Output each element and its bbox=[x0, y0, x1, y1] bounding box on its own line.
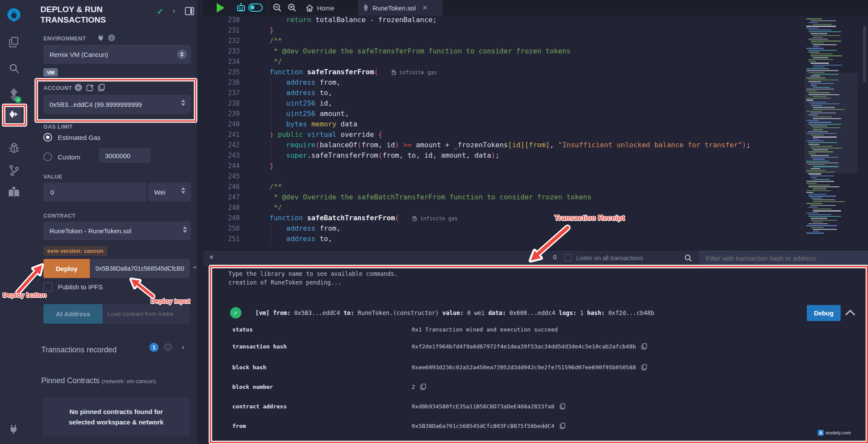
code-line[interactable]: * @dev Override the safeBatchTransferFro… bbox=[253, 192, 591, 202]
copy-icon[interactable] bbox=[560, 423, 565, 429]
estimated-gas-radio[interactable] bbox=[43, 133, 52, 142]
infinite-gas-widget: infinite gas bbox=[392, 67, 437, 78]
deploy-button[interactable]: Deploy bbox=[43, 259, 90, 278]
minimap-line bbox=[813, 201, 845, 202]
edit-account-icon[interactable] bbox=[86, 84, 94, 91]
code-editor[interactable]: 230 return totalBalance - frozenBalance;… bbox=[203, 16, 868, 250]
solidity-compiler-icon[interactable]: ✓ bbox=[0, 87, 28, 103]
receipt-row-label: to bbox=[232, 443, 412, 444]
remix-logo-icon[interactable] bbox=[0, 7, 28, 23]
minimap-line bbox=[809, 52, 819, 53]
environment-value: Remix VM (Cancun) bbox=[50, 51, 108, 58]
transactions-expand-icon[interactable]: › bbox=[182, 343, 185, 351]
account-stepper-icon[interactable] bbox=[181, 99, 185, 106]
line-number: 239 bbox=[203, 109, 240, 119]
minimap-line bbox=[806, 68, 829, 69]
listen-transactions-checkbox[interactable] bbox=[564, 254, 572, 262]
terminal-output[interactable]: Type the library name to see available c… bbox=[203, 266, 868, 444]
add-account-icon[interactable]: + bbox=[75, 84, 82, 91]
file-explorer-icon[interactable] bbox=[0, 36, 28, 49]
deploy-run-icon[interactable] bbox=[0, 107, 28, 122]
copy-value-button[interactable] bbox=[420, 384, 426, 390]
pin-panel-icon[interactable] bbox=[185, 7, 194, 15]
collapse-receipt-chevron-icon[interactable] bbox=[845, 310, 855, 320]
deploy-constructor-input[interactable] bbox=[90, 259, 190, 278]
receipt-row-label: contract address bbox=[232, 403, 412, 410]
fuel-icon bbox=[392, 70, 396, 75]
learneth-icon[interactable] bbox=[0, 185, 28, 199]
code-line[interactable]: return totalBalance - frozenBalance; bbox=[253, 16, 437, 25]
tx-summary-line[interactable]: [vm] from: 0x5B3...eddC4 to: RuneToken.(… bbox=[255, 307, 654, 318]
copilot-toggle-icon[interactable] bbox=[248, 3, 263, 12]
environment-stepper-icon[interactable] bbox=[177, 50, 187, 59]
terminal-intro-line: Type the library name to see available c… bbox=[228, 270, 398, 277]
at-address-button[interactable]: At Address bbox=[43, 304, 102, 324]
ai-assistant-icon[interactable] bbox=[236, 3, 246, 13]
tab-home[interactable]: Home bbox=[306, 0, 334, 16]
copy-account-icon[interactable] bbox=[98, 84, 105, 91]
terminal-search-icon[interactable] bbox=[684, 254, 692, 262]
code-line[interactable]: address to, bbox=[253, 88, 332, 98]
account-select[interactable]: 0x5B3...eddC4 (99.9999999999 bbox=[43, 95, 191, 114]
value-unit-stepper-icon[interactable] bbox=[181, 187, 185, 194]
receipt-row-status: status0x1 Transaction mined and executio… bbox=[232, 325, 859, 333]
transaction-filter-input[interactable] bbox=[699, 250, 868, 266]
copy-value-button[interactable] bbox=[641, 364, 647, 371]
environment-select[interactable]: Remix VM (Cancun) bbox=[43, 45, 191, 64]
copy-value-button[interactable] bbox=[641, 343, 647, 350]
publish-ipfs-label: Publish to IPFS bbox=[58, 283, 102, 291]
debug-button[interactable]: Debug bbox=[807, 305, 841, 321]
code-line[interactable]: require(balanceOf(from, id) >= amount + … bbox=[253, 140, 750, 150]
code-line[interactable]: uint256 id, bbox=[253, 98, 332, 109]
tab-runetoken[interactable]: RuneToken.sol ✕ bbox=[358, 0, 443, 16]
code-line[interactable]: address from, bbox=[253, 223, 340, 234]
minimap-viewport[interactable] bbox=[805, 73, 858, 173]
code-line[interactable]: /** bbox=[253, 36, 282, 46]
receipt-row-from: from0x5B38Da6a701c568545dCfcB03FcB875f56… bbox=[232, 422, 859, 430]
editor-scrollbar[interactable] bbox=[863, 26, 866, 83]
at-address-input[interactable] bbox=[102, 304, 190, 324]
code-line[interactable]: function safeBatchTransferFrom(infinite … bbox=[253, 213, 458, 223]
code-line[interactable]: ) public virtual override { bbox=[253, 129, 383, 140]
terminal-collapse-icon[interactable]: « bbox=[207, 256, 215, 259]
code-line[interactable]: * @dev Override the safeTransferFrom fun… bbox=[253, 46, 571, 56]
value-input[interactable] bbox=[43, 182, 146, 202]
code-line[interactable]: address from, bbox=[253, 77, 340, 88]
editor-minimap[interactable] bbox=[805, 17, 858, 236]
git-branch-icon[interactable] bbox=[0, 163, 28, 177]
gas-limit-input[interactable] bbox=[99, 148, 151, 163]
contract-select[interactable]: RuneToken - RuneToken.sol bbox=[43, 222, 191, 240]
code-line[interactable]: super.safeTransferFrom(from, to, id, amo… bbox=[253, 150, 499, 161]
code-line[interactable]: */ bbox=[253, 56, 282, 67]
code-line[interactable]: address to, bbox=[253, 234, 332, 244]
line-number: 240 bbox=[203, 119, 240, 129]
line-number: 250 bbox=[203, 223, 240, 234]
panel-forward-icon[interactable]: › bbox=[173, 7, 175, 15]
copy-icon[interactable] bbox=[420, 384, 426, 390]
code-line[interactable]: } bbox=[253, 161, 274, 171]
custom-gas-radio[interactable] bbox=[43, 152, 52, 161]
transactions-info-icon[interactable]: i bbox=[165, 344, 172, 351]
copy-value-button[interactable] bbox=[560, 423, 565, 429]
copy-value-button[interactable] bbox=[560, 403, 565, 410]
zoom-in-icon[interactable] bbox=[287, 3, 297, 13]
code-line[interactable]: function safeTransferFrom(infinite gas bbox=[253, 67, 437, 77]
contract-stepper-icon[interactable] bbox=[183, 226, 187, 233]
code-line[interactable]: /** bbox=[253, 182, 282, 192]
debugger-icon[interactable] bbox=[0, 141, 28, 156]
code-line[interactable]: } bbox=[253, 25, 274, 36]
code-line[interactable]: uint256 amount, bbox=[253, 109, 349, 119]
run-script-icon[interactable] bbox=[217, 3, 224, 13]
publish-ipfs-checkbox[interactable] bbox=[43, 282, 53, 292]
code-line[interactable]: */ bbox=[253, 202, 282, 213]
code-line[interactable]: bytes memory data bbox=[253, 119, 357, 129]
search-icon[interactable] bbox=[0, 62, 28, 75]
tab-close-icon[interactable]: ✕ bbox=[422, 4, 428, 12]
annotely-watermark: A nnotely.com bbox=[815, 427, 854, 438]
plugin-manager-icon[interactable] bbox=[0, 422, 28, 436]
copy-icon[interactable] bbox=[641, 364, 647, 371]
copy-icon[interactable] bbox=[560, 403, 565, 410]
copy-icon[interactable] bbox=[641, 343, 647, 350]
environment-info-icon[interactable]: i bbox=[108, 34, 115, 41]
zoom-out-icon[interactable] bbox=[273, 3, 282, 13]
